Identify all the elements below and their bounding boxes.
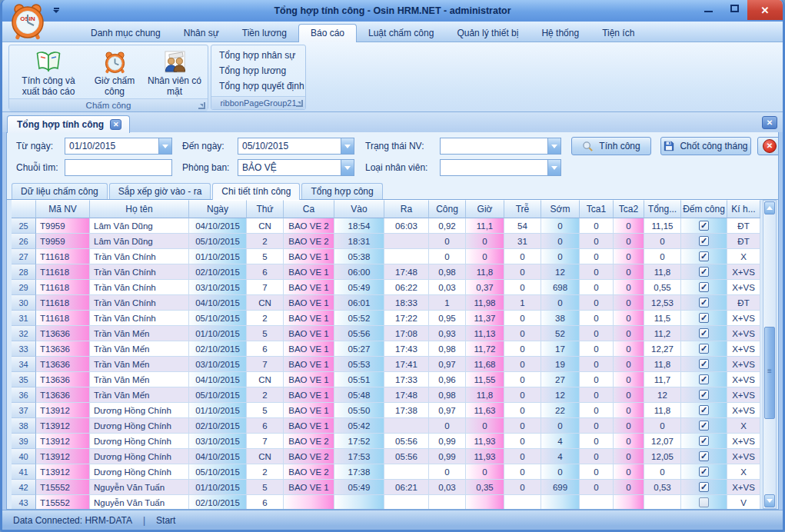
dem-cong-checkbox[interactable]: ✓ — [699, 328, 709, 338]
column-header-ma[interactable]: Mã NV — [36, 200, 90, 218]
grid-cell-ind[interactable]: 27 — [12, 249, 36, 264]
dem-cong-checkbox[interactable]: ✓ — [699, 221, 709, 231]
grid-cell-ind[interactable]: 31 — [12, 311, 36, 326]
column-header-ra[interactable]: Ra — [384, 200, 429, 218]
column-header-tre[interactable]: Trễ — [504, 200, 541, 218]
column-header-kih[interactable]: Kí h... — [727, 200, 760, 218]
table-row[interactable]: 29T11618Trần Văn Chính03/10/20157BAO VE … — [12, 280, 760, 295]
column-header-vao[interactable]: Vào — [334, 200, 384, 218]
grid-cell-ind[interactable]: 38 — [12, 418, 36, 434]
menu-tab-6[interactable]: Quản lý thiết bị — [445, 25, 530, 42]
dem-cong-checkbox[interactable]: ✓ — [699, 344, 709, 354]
menu-tab-2[interactable]: Nhân sự — [172, 25, 231, 42]
column-header-som[interactable]: Sớm — [541, 200, 580, 218]
dialog-launcher-icon[interactable] — [198, 102, 205, 109]
view-tab-4[interactable]: Tổng hợp công — [301, 183, 382, 199]
gio-cham-cong-button[interactable]: Giờ chấm công — [86, 47, 143, 98]
grid-cell-ind[interactable]: 25 — [12, 218, 36, 234]
table-row[interactable]: 33T13636Trần Văn Mến02/10/20156BAO VE 10… — [12, 341, 760, 357]
column-header-cong[interactable]: Công — [429, 200, 466, 218]
grid-cell-ind[interactable]: 33 — [12, 341, 36, 357]
column-header-gio[interactable]: Giờ — [466, 200, 504, 218]
table-row[interactable]: 27T11618Trần Văn Chính01/10/20155BAO VE … — [12, 249, 760, 264]
column-header-tca2[interactable]: Tca2 — [614, 200, 644, 218]
tinh-cong-xuat-bao-cao-button[interactable]: Tính công và xuất báo cáo — [12, 47, 85, 98]
table-row[interactable]: 30T11618Trần Văn Chính04/10/2015CNBAO VE… — [12, 295, 760, 311]
chuoi-tim-input[interactable] — [65, 160, 171, 175]
dem-cong-checkbox[interactable]: ✓ — [699, 436, 709, 446]
column-header-ten[interactable]: Họ tên — [90, 200, 189, 218]
table-row[interactable]: 42T15552Nguyễn Văn Tuấn01/10/20155BAO VE… — [12, 480, 760, 495]
tinh-cong-button[interactable]: Tính công — [571, 137, 651, 155]
grid-cell-ind[interactable]: 43 — [12, 495, 36, 509]
ribbon-menu-item-1[interactable]: Tổng hợp nhân sự — [216, 48, 301, 62]
row-indicator-header[interactable] — [12, 200, 36, 218]
scroll-up-arrow-icon[interactable] — [764, 201, 775, 214]
table-row[interactable]: 26T9959Lâm Văn Dũng05/10/20152BAO VE 218… — [12, 234, 760, 249]
close-button[interactable]: ✕ — [747, 0, 783, 20]
table-row[interactable]: 28T11618Trần Văn Chính02/10/20156BAO VE … — [12, 264, 760, 280]
grid-cell-ind[interactable]: 28 — [12, 264, 36, 280]
nhan-vien-co-mat-button[interactable]: Nhân viên có mặt — [145, 47, 205, 98]
dem-cong-checkbox[interactable]: ✓ — [699, 405, 709, 415]
chevron-down-icon[interactable] — [547, 160, 560, 175]
grid-cell-ind[interactable]: 40 — [12, 449, 36, 464]
dem-cong-checkbox[interactable]: ✓ — [699, 267, 709, 277]
column-header-thu[interactable]: Thứ — [247, 200, 284, 218]
dem-cong-checkbox[interactable]: ✓ — [699, 482, 709, 492]
menu-tab-4[interactable]: Báo cáo — [298, 24, 357, 42]
chevron-down-icon[interactable] — [341, 160, 354, 175]
menu-tab-8[interactable]: Tiện ích — [590, 25, 646, 42]
dem-cong-checkbox[interactable]: ✓ — [699, 236, 709, 246]
menu-tab-3[interactable]: Tiền lương — [231, 25, 298, 42]
tu-ngay-combobox[interactable]: 01/10/2015 — [65, 138, 172, 155]
grid-cell-ind[interactable]: 37 — [12, 403, 36, 418]
document-tab-tong-hop-tinh-cong[interactable]: Tổng hợp tính công ✕ — [7, 115, 130, 133]
chot-cong-thang-button[interactable]: Chốt công tháng — [660, 137, 751, 155]
dem-cong-checkbox[interactable]: ✓ — [699, 298, 709, 308]
phong-ban-combobox[interactable]: BẢO VỆ — [238, 159, 354, 176]
view-tab-2[interactable]: Sắp xếp giờ vào - ra — [109, 183, 211, 199]
den-ngay-combobox[interactable]: 05/10/2015 — [238, 138, 354, 155]
dem-cong-checkbox[interactable]: ✓ — [699, 359, 709, 369]
grid-cell-ind[interactable]: 26 — [12, 234, 36, 249]
table-row[interactable]: 41T13912Dương Hồng Chính05/10/20152BAO V… — [12, 464, 760, 480]
grid-cell-ind[interactable]: 32 — [12, 326, 36, 341]
view-tab-1[interactable]: Dữ liệu chấm công — [12, 183, 108, 199]
grid-cell-ind[interactable]: 42 — [12, 480, 36, 495]
grid-cell-ind[interactable]: 35 — [12, 372, 36, 387]
close-all-tabs-button[interactable]: ✕ — [762, 116, 777, 129]
table-row[interactable]: 31T11618Trần Văn Chính05/10/20152BAO VE … — [12, 311, 760, 326]
table-row[interactable]: 32T13636Trần Văn Mến01/10/20155BAO VE 10… — [12, 326, 760, 341]
dem-cong-checkbox[interactable]: ✓ — [699, 390, 709, 400]
menu-tab-5[interactable]: Luật chấm công — [357, 25, 445, 42]
close-panel-button[interactable]: ✕ — [757, 137, 779, 155]
table-row[interactable]: 25T9959Lâm Văn Dũng04/10/2015CNBAO VE 21… — [12, 218, 760, 234]
chevron-down-icon[interactable] — [158, 138, 171, 154]
menu-tab-7[interactable]: Hệ thống — [530, 25, 590, 42]
column-header-ngay[interactable]: Ngày — [189, 200, 247, 218]
column-header-tca1[interactable]: Tca1 — [580, 200, 614, 218]
table-row[interactable]: 38T13912Dương Hồng Chính02/10/20156BAO V… — [12, 418, 760, 434]
ribbon-menu-item-2[interactable]: Tổng hợp lương — [216, 64, 301, 78]
dem-cong-checkbox[interactable]: ✓ — [699, 467, 709, 477]
table-row[interactable]: 35T13636Trần Văn Mến04/10/2015CNBAO VE 1… — [12, 372, 760, 387]
dem-cong-checkbox[interactable]: ✓ — [699, 313, 709, 323]
table-row[interactable]: 34T13636Trần Văn Mến03/10/20157BAO VE 10… — [12, 357, 760, 372]
table-row[interactable]: 39T13912Dương Hồng Chính03/10/20157BAO V… — [12, 434, 760, 449]
minimize-button[interactable] — [695, 0, 721, 17]
dem-cong-checkbox[interactable]: ✓ — [699, 374, 709, 384]
dialog-launcher-icon[interactable] — [296, 100, 303, 107]
tab-close-icon[interactable]: ✕ — [110, 119, 121, 130]
scrollbar-thumb[interactable] — [764, 327, 775, 419]
chevron-down-icon[interactable] — [547, 138, 560, 154]
grid-cell-ind[interactable]: 39 — [12, 434, 36, 449]
quick-access-dropdown-icon[interactable] — [50, 5, 62, 15]
table-row[interactable]: 37T13912Dương Hồng Chính01/10/20155BAO V… — [12, 403, 760, 418]
grid-cell-ind[interactable]: 36 — [12, 387, 36, 403]
table-row[interactable]: 43T15552Nguyễn Văn Tuấn02/10/20156V — [12, 495, 760, 509]
chuoi-tim-field[interactable] — [65, 159, 172, 176]
loai-nhan-vien-combobox[interactable] — [440, 159, 561, 176]
dem-cong-checkbox[interactable]: ✓ — [699, 451, 709, 461]
grid-cell-ind[interactable]: 34 — [12, 357, 36, 372]
